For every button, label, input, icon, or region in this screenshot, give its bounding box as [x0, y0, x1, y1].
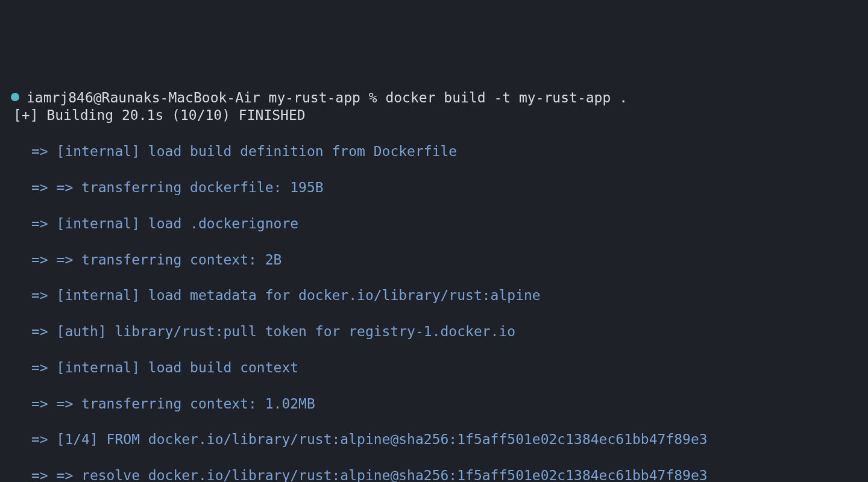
build-step: => => transferring dockerfile: 195B	[0, 179, 868, 197]
build-step: => [internal] load .dockerignore	[0, 215, 868, 233]
terminal-output: iamrj846@Raunaks-MacBook-Air my-rust-app…	[0, 89, 868, 482]
build-step: => [internal] load metadata for docker.i…	[0, 287, 868, 305]
build-step: => [internal] load build context	[0, 359, 868, 377]
prompt-indicator-dot	[11, 93, 19, 101]
build-status-line: [+] Building 20.1s (10/10) FINISHED	[0, 107, 868, 125]
build-step: => [internal] load build definition from…	[0, 143, 868, 161]
build-step: => => transferring context: 2B	[0, 251, 868, 269]
shell-prompt-line: iamrj846@Raunaks-MacBook-Air my-rust-app…	[27, 90, 627, 105]
build-step: => => transferring context: 1.02MB	[0, 395, 868, 413]
build-step: => => resolve docker.io/library/rust:alp…	[0, 467, 868, 482]
build-step: => [auth] library/rust:pull token for re…	[0, 323, 868, 341]
build-step: => [1/4] FROM docker.io/library/rust:alp…	[0, 431, 868, 449]
